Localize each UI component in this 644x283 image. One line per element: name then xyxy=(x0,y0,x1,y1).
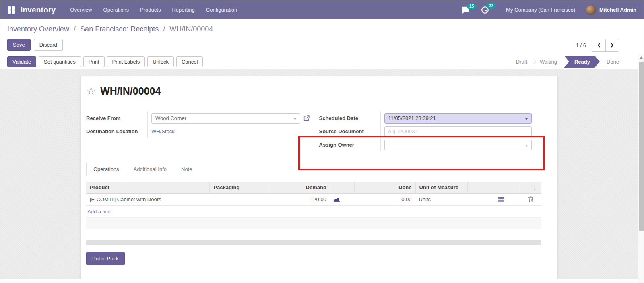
scheduled-date-value: 11/05/2021 23:39:21 xyxy=(388,115,436,121)
destination-location-label: Destination Location xyxy=(86,128,147,134)
breadcrumb-current: WH/IN/00004 xyxy=(169,25,213,33)
validate-button[interactable]: Validate xyxy=(7,56,36,67)
pager-count: 1 / 6 xyxy=(576,42,586,48)
tab-note[interactable]: Note xyxy=(174,163,199,176)
status-widget: Draft Waiting Ready Done xyxy=(510,56,625,68)
receive-from-value: Wood Corner xyxy=(155,115,186,121)
header-product[interactable]: Product xyxy=(86,182,209,194)
table-row[interactable]: [E-COM11] Cabinet with Doors 120.00 0.00… xyxy=(86,194,541,206)
list-icon xyxy=(498,197,504,202)
cancel-button[interactable]: Cancel xyxy=(176,56,203,67)
print-button[interactable]: Print xyxy=(83,56,105,67)
chevron-right-icon xyxy=(610,43,614,48)
table-header-row: Product Packaging Demand Done Unit of Me… xyxy=(86,182,541,194)
add-a-line-link[interactable]: Add a line xyxy=(86,209,111,215)
user-menu[interactable]: Mitchell Admin xyxy=(586,5,636,15)
form-fields: Receive From Wood Corner xyxy=(86,112,552,151)
activities-badge: 27 xyxy=(486,3,495,9)
scrollbar-thumb[interactable] xyxy=(639,62,644,231)
operations-table: Product Packaging Demand Done Unit of Me… xyxy=(86,182,541,245)
scheduled-date-label: Scheduled Date xyxy=(319,115,380,121)
notebook-tabs: Operations Additional Info Note xyxy=(86,163,552,176)
receive-from-combobox[interactable]: Wood Corner xyxy=(151,113,300,124)
tab-operations[interactable]: Operations xyxy=(86,163,126,176)
activities-button[interactable]: 27 xyxy=(481,6,489,14)
breadcrumb-separator: / xyxy=(163,25,165,33)
chevron-down-icon xyxy=(525,118,528,120)
messages-button[interactable]: 15 xyxy=(462,6,470,14)
breadcrumb: Inventory Overview / San Francisco: Rece… xyxy=(0,19,644,38)
external-link-icon[interactable] xyxy=(303,115,310,122)
main-menu: Overview Operations Products Reporting C… xyxy=(64,0,243,19)
chevron-down-icon xyxy=(525,145,528,147)
header-demand[interactable]: Demand xyxy=(269,182,330,194)
pager-previous-button[interactable] xyxy=(592,39,605,51)
menu-operations[interactable]: Operations xyxy=(98,0,135,19)
horizontal-scrollbar[interactable] xyxy=(86,240,541,245)
top-navbar: Inventory Overview Operations Products R… xyxy=(0,0,644,19)
save-button[interactable]: Save xyxy=(7,39,31,51)
assign-owner-label: Assign Owner xyxy=(319,142,380,148)
optional-columns-icon[interactable]: ⋮ xyxy=(532,185,538,190)
trash-icon xyxy=(528,196,533,202)
scroll-up-arrow-icon[interactable] xyxy=(640,56,643,59)
pager-next-button[interactable] xyxy=(605,39,619,51)
scheduled-date-picker[interactable]: 11/05/2021 23:39:21 xyxy=(384,113,532,124)
destination-location-value[interactable]: WH/Stock xyxy=(151,128,175,134)
control-panel: Validate Set quantities Print Print Labe… xyxy=(0,54,644,69)
cell-unit-of-measure[interactable]: Units xyxy=(415,194,467,206)
status-step-waiting[interactable]: Waiting xyxy=(534,59,563,65)
avatar xyxy=(586,5,596,15)
app-brand[interactable]: Inventory xyxy=(21,6,56,14)
cell-done[interactable]: 0.00 xyxy=(354,194,415,206)
company-switcher[interactable]: My Company (San Francisco) xyxy=(506,7,575,13)
empty-table-row xyxy=(86,218,541,229)
breadcrumb-inventory-overview[interactable]: Inventory Overview xyxy=(7,25,69,33)
menu-configuration[interactable]: Configuration xyxy=(200,0,243,19)
delete-row-button[interactable] xyxy=(520,194,541,206)
odoo-inventory-window: Inventory Overview Operations Products R… xyxy=(0,0,644,283)
put-in-pack-button[interactable]: Put in Pack xyxy=(86,252,125,265)
header-unit-of-measure[interactable]: Unit of Measure xyxy=(415,182,468,194)
status-step-draft[interactable]: Draft xyxy=(510,59,533,65)
area-chart-icon xyxy=(334,197,340,202)
edit-action-row: Save Discard 1 / 6 xyxy=(0,38,644,54)
favorite-star-icon[interactable]: ☆ xyxy=(86,86,96,97)
breadcrumb-separator: / xyxy=(74,25,76,33)
messages-badge: 15 xyxy=(467,4,476,9)
empty-table-row xyxy=(86,229,541,240)
form-sheet: ☆ WH/IN/00004 Receive From Wood Corner xyxy=(80,76,558,279)
status-step-ready[interactable]: Ready xyxy=(564,56,600,68)
vertical-scrollbar[interactable] xyxy=(638,54,644,283)
source-document-input[interactable] xyxy=(384,126,532,137)
menu-reporting[interactable]: Reporting xyxy=(166,0,200,19)
user-name: Mitchell Admin xyxy=(599,7,636,13)
cell-demand[interactable]: 120.00 xyxy=(269,194,330,206)
assign-owner-combobox[interactable] xyxy=(384,140,532,150)
header-done[interactable]: Done xyxy=(354,182,415,194)
receive-from-label: Receive From xyxy=(86,115,147,121)
header-packaging[interactable]: Packaging xyxy=(209,182,269,194)
cell-product[interactable]: [E-COM11] Cabinet with Doors xyxy=(86,194,209,206)
status-step-done[interactable]: Done xyxy=(601,59,625,65)
form-view-background: ☆ WH/IN/00004 Receive From Wood Corner xyxy=(0,69,644,283)
cell-packaging[interactable] xyxy=(209,194,269,206)
source-document-label: Source Document xyxy=(319,128,380,134)
breadcrumb-receipts[interactable]: San Francisco: Receipts xyxy=(80,25,159,33)
set-quantities-button[interactable]: Set quantities xyxy=(39,56,81,67)
print-labels-button[interactable]: Print Labels xyxy=(107,56,145,67)
menu-products[interactable]: Products xyxy=(134,0,166,19)
chevron-down-icon xyxy=(293,118,297,120)
apps-menu-icon[interactable] xyxy=(8,6,15,14)
menu-overview[interactable]: Overview xyxy=(64,0,97,19)
page-bottom-strip xyxy=(0,279,644,283)
tab-additional-info[interactable]: Additional Info xyxy=(126,163,174,176)
record-title: WH/IN/00004 xyxy=(100,85,161,97)
unlock-button[interactable]: Unlock xyxy=(147,56,174,67)
record-pager: 1 / 6 xyxy=(576,39,619,52)
navbar-systray: 15 27 My Company (San Francisco) Mitchel… xyxy=(462,5,636,15)
chevron-left-icon xyxy=(597,43,601,48)
detailed-operations-button[interactable] xyxy=(467,194,520,206)
discard-button[interactable]: Discard xyxy=(34,39,63,51)
forecast-report-button[interactable] xyxy=(330,194,354,206)
